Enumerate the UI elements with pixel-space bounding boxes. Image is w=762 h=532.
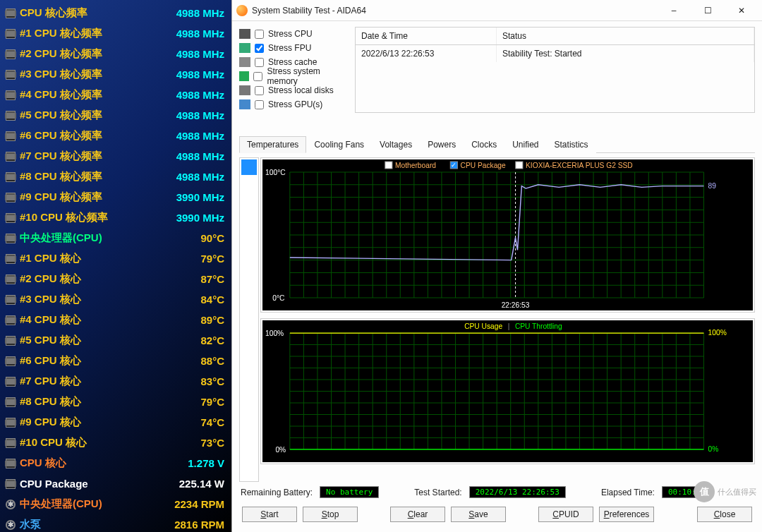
svg-text:100%: 100% [265,330,284,337]
check-stress-local-disks[interactable]: Stress local disks [239,83,345,97]
svg-text:0°C: 0°C [272,294,284,302]
checkbox[interactable] [255,100,264,109]
chip-icon [4,171,17,183]
sensor-row: #8 CPU 核心频率4988 MHz [4,167,227,187]
check-stress-gpu(s)[interactable]: Stress GPU(s) [239,97,345,111]
clear-button[interactable]: Clear [390,507,445,522]
sensor-row: #6 CPU 核心88°C [4,351,227,371]
sensor-label: #10 CPU 核心 [20,436,200,449]
sensor-label: #5 CPU 核心频率 [20,109,176,122]
sensor-value: 4988 MHz [176,7,227,19]
chart-temperatures: Motherboard✓CPU PackageKIOXIA-EXCERIA PL… [260,157,755,313]
chart-usage: CPU Usage|CPU Throttling100%0%100%0% [260,318,755,464]
check-stress-fpu[interactable]: Stress FPU [239,41,345,55]
status-col-status[interactable]: Status [497,28,754,44]
checkbox[interactable] [255,86,264,95]
maximize-button[interactable]: ☐ [691,2,724,19]
svg-text:CPU Usage: CPU Usage [464,322,502,330]
sensor-row: #6 CPU 核心频率4988 MHz [4,126,227,146]
check-label: Stress CPU [268,29,313,39]
app-icon [236,5,248,16]
checkbox[interactable] [255,30,264,39]
svg-text:100°C: 100°C [265,169,286,176]
close-button[interactable]: ✕ [725,2,758,19]
sensor-row: CPU 核心1.278 V [4,453,227,473]
checkbox[interactable] [255,44,264,53]
sensor-value: 4988 MHz [176,109,227,121]
chip-icon [4,478,17,490]
tab-voltages[interactable]: Voltages [372,136,420,153]
gpu-icon [239,99,250,109]
stop-button[interactable]: Stop [303,507,358,522]
sensor-value: 4988 MHz [176,48,227,60]
sensor-label: #7 CPU 核心频率 [20,150,176,163]
sensor-value: 87°C [200,273,227,285]
sensor-row: #1 CPU 核心频率4988 MHz [4,23,227,44]
sensor-label: CPU Package [20,478,179,490]
tab-cooling-fans[interactable]: Cooling Fans [306,136,372,153]
chip-icon [4,273,17,286]
status-line: Remaining Battery: No battery Test Start… [239,482,755,502]
svg-text:CPU Package: CPU Package [461,162,507,169]
sensor-value: 90°C [200,232,227,244]
svg-text:22:26:53: 22:26:53 [502,301,530,309]
stress-checkboxes: Stress CPUStress FPUStress cacheStress s… [239,27,345,133]
sensor-label: #4 CPU 核心 [20,313,200,327]
sensor-row: #3 CPU 核心频率4988 MHz [4,64,227,85]
sensor-row: #2 CPU 核心频率4988 MHz [4,44,227,64]
close-button[interactable]: Close [697,507,752,522]
sensor-value: 74°C [200,416,227,428]
chip-icon [4,253,17,265]
chip-icon [4,232,17,245]
svg-text:Motherboard: Motherboard [395,162,436,169]
sensor-row: #4 CPU 核心频率4988 MHz [4,85,227,105]
svg-rect-6 [516,162,523,169]
check-stress-cpu[interactable]: Stress CPU [239,27,345,41]
cpuid-button[interactable]: CPUID [538,507,593,522]
sensor-value: 89°C [200,314,227,326]
start-button[interactable]: Start [242,507,297,522]
chip-icon [4,28,17,40]
checkbox[interactable] [253,72,262,81]
chip-icon [4,7,17,20]
elapsed-value: 00:10:48 [662,486,712,498]
chip-icon [4,191,17,204]
sensor-value: 4988 MHz [176,150,227,162]
checkbox[interactable] [255,58,264,67]
sensor-row: #1 CPU 核心79°C [4,248,227,269]
tab-statistics[interactable]: Statistics [547,136,596,153]
cpu-icon [239,29,250,39]
sensor-row: #5 CPU 核心82°C [4,330,227,351]
chip-icon [4,48,17,61]
fan-icon [4,498,17,511]
save-button[interactable]: Save [451,507,506,522]
sensor-label: #2 CPU 核心频率 [20,47,176,61]
sensor-label: #1 CPU 核心 [20,252,200,265]
minimize-button[interactable]: – [658,2,690,19]
elapsed-label: Elapsed Time: [601,488,655,497]
sensor-label: #7 CPU 核心 [20,375,200,388]
check-label: Stress system memory [267,66,345,86]
status-col-datetime[interactable]: Date & Time [356,28,497,44]
sensor-value: 2816 RPM [174,519,227,531]
battery-label: Remaining Battery: [241,488,313,497]
sensor-row: #9 CPU 核心频率3990 MHz [4,187,227,207]
preferences-button[interactable]: Preferences [599,507,654,522]
tab-clocks[interactable]: Clocks [464,136,504,153]
status-cell-status: Stability Test: Started [497,45,754,62]
sensor-value: 79°C [200,396,227,408]
chip-icon [4,396,17,409]
chip-icon [4,437,17,449]
sensor-label: #1 CPU 核心频率 [20,27,176,40]
check-stress-system-memory[interactable]: Stress system memory [239,69,345,83]
sensor-label: #3 CPU 核心频率 [20,68,176,81]
tab-unified[interactable]: Unified [504,136,546,153]
sensor-value: 4988 MHz [176,130,227,142]
sensor-list-strip[interactable] [239,157,259,482]
chip-icon [4,334,17,347]
sensor-row: #4 CPU 核心89°C [4,310,227,330]
started-value: 2022/6/13 22:26:53 [469,486,566,498]
sensor-label: 中央处理器(CPU) [20,231,200,245]
tab-powers[interactable]: Powers [420,136,464,153]
tab-temperatures[interactable]: Temperatures [239,136,306,153]
